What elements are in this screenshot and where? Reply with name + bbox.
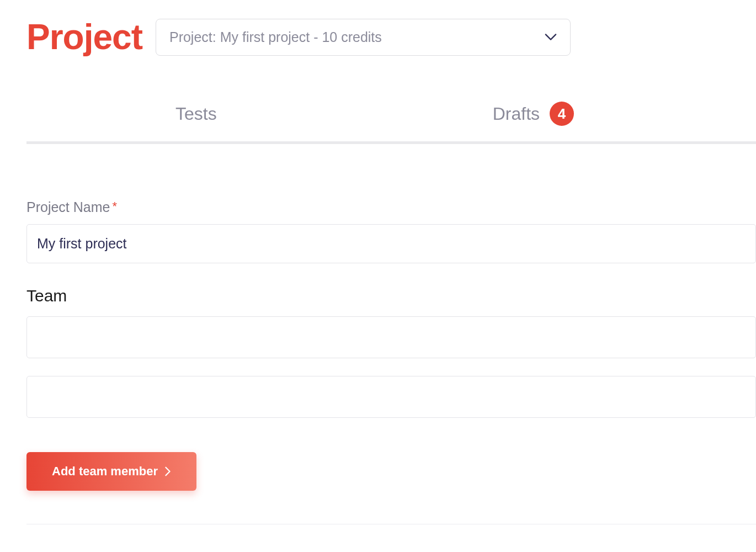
project-name-input[interactable]	[26, 224, 756, 263]
project-selector[interactable]: Project: My first project - 10 credits	[156, 19, 571, 56]
required-asterisk-icon: *	[112, 199, 117, 213]
tab-drafts[interactable]: Drafts 4	[493, 102, 574, 141]
divider	[26, 524, 756, 524]
project-selector-label: Project: My first project - 10 credits	[169, 29, 382, 45]
team-member-input-2[interactable]	[26, 376, 756, 418]
drafts-count-badge: 4	[550, 102, 574, 126]
team-member-input-1[interactable]	[26, 316, 756, 358]
project-name-label: Project Name*	[26, 199, 756, 215]
tab-tests-label: Tests	[175, 104, 217, 124]
page-title: Project	[26, 17, 142, 57]
tab-drafts-label: Drafts	[493, 104, 540, 124]
tab-bar: Tests Drafts 4	[26, 102, 756, 144]
add-team-member-label: Add team member	[52, 464, 158, 479]
team-heading: Team	[26, 286, 756, 305]
chevron-down-icon	[545, 31, 557, 43]
project-name-label-text: Project Name	[26, 199, 110, 215]
tab-tests[interactable]: Tests	[175, 104, 217, 140]
chevron-right-icon	[164, 466, 171, 476]
add-team-member-button[interactable]: Add team member	[26, 452, 196, 491]
